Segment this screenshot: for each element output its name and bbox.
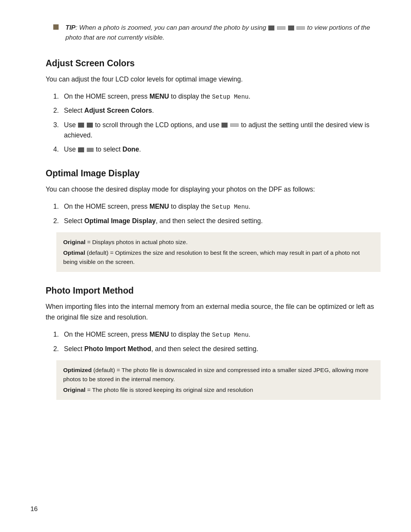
icon-dark-rect-6 — [78, 147, 84, 152]
step-content: On the HOME screen, press MENU to displa… — [64, 91, 381, 102]
list-item: 1. On the HOME screen, press MENU to dis… — [53, 201, 381, 212]
icon-dark-rect-5 — [221, 123, 228, 128]
callout-photo-import-method: Optimized (default) = The photo file is … — [56, 360, 381, 400]
steps-list-adjust-screen-colors: 1. On the HOME screen, press MENU to dis… — [46, 91, 381, 155]
step-content: Select Optimal Image Display, and then s… — [64, 216, 381, 226]
icon-light-rect-3 — [230, 123, 239, 127]
icon-dark-rect-3 — [78, 123, 84, 128]
icon-dark-rect-1 — [268, 26, 274, 30]
callout-line-2: Optimal (default) = Optimizes the size a… — [63, 248, 374, 267]
section-intro-photo-import-method: When importing files into the internal m… — [46, 301, 381, 323]
tip-indicator-icon — [53, 24, 59, 30]
step-number: 4. — [53, 144, 64, 155]
section-adjust-screen-colors: Adjust Screen Colors You can adjust the … — [46, 58, 381, 155]
icon-med-rect-1 — [87, 148, 94, 152]
step-content: Use to scroll through the LCD options, a… — [64, 120, 381, 141]
callout-line-2: Original = The photo file is stored keep… — [63, 385, 374, 395]
list-item: 1. On the HOME screen, press MENU to dis… — [53, 91, 381, 102]
step-content: Select Adjust Screen Colors. — [64, 105, 381, 116]
list-item: 3. Use to scroll through the LCD options… — [53, 120, 381, 141]
icon-dark-rect-2 — [288, 26, 294, 30]
tip-text: TIP: When a photo is zoomed, you can pan… — [65, 23, 381, 43]
callout-line-1: Optimized (default) = The photo file is … — [63, 366, 374, 384]
callout-optimal-image-display: Original = Displays photos in actual pho… — [56, 232, 381, 272]
section-intro-optimal-image-display: You can choose the desired display mode … — [46, 184, 381, 195]
list-item: 4. Use to select Done. — [53, 144, 381, 155]
step-content: Use to select Done. — [64, 144, 381, 155]
step-content: On the HOME screen, press MENU to displa… — [64, 329, 381, 340]
step-number: 2. — [53, 105, 64, 116]
section-intro-adjust-screen-colors: You can adjust the four LCD color levels… — [46, 74, 381, 85]
section-photo-import-method: Photo Import Method When importing files… — [46, 286, 381, 400]
step-number: 3. — [53, 120, 64, 130]
section-heading-optimal-image-display: Optimal Image Display — [46, 168, 381, 179]
tip-block: TIP: When a photo is zoomed, you can pan… — [46, 23, 381, 43]
step-number: 1. — [53, 329, 64, 340]
icon-dark-rect-4 — [87, 123, 93, 128]
section-heading-photo-import-method: Photo Import Method — [46, 286, 381, 296]
list-item: 2. Select Photo Import Method, and then … — [53, 344, 381, 354]
step-number: 2. — [53, 216, 64, 226]
steps-list-optimal-image-display: 1. On the HOME screen, press MENU to dis… — [46, 201, 381, 226]
steps-list-photo-import-method: 1. On the HOME screen, press MENU to dis… — [46, 329, 381, 354]
step-number: 1. — [53, 201, 64, 212]
section-heading-adjust-screen-colors: Adjust Screen Colors — [46, 58, 381, 69]
step-number: 2. — [53, 344, 64, 354]
list-item: 1. On the HOME screen, press MENU to dis… — [53, 329, 381, 340]
list-item: 2. Select Optimal Image Display, and the… — [53, 216, 381, 226]
section-optimal-image-display: Optimal Image Display You can choose the… — [46, 168, 381, 272]
step-number: 1. — [53, 91, 64, 102]
page-number: 16 — [30, 505, 38, 513]
icon-light-rect-1 — [277, 26, 285, 30]
icon-light-rect-2 — [296, 26, 305, 30]
step-content: Select Photo Import Method, and then sel… — [64, 344, 381, 354]
callout-line-1: Original = Displays photos in actual pho… — [63, 238, 374, 247]
step-content: On the HOME screen, press MENU to displa… — [64, 201, 381, 212]
list-item: 2. Select Adjust Screen Colors. — [53, 105, 381, 116]
